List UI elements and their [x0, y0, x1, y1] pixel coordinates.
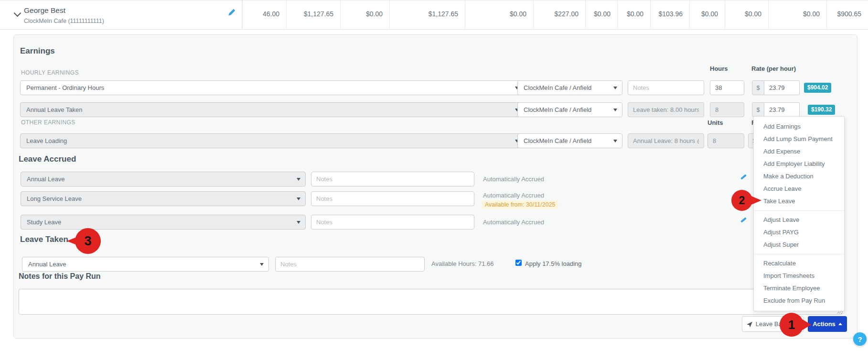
- employee-summary-row: George Best ClockMeIn Cafe (11111111111)…: [0, 0, 868, 30]
- pay-run-screen: George Best ClockMeIn Cafe (11111111111)…: [0, 0, 868, 351]
- leave-taken-type-select[interactable]: Annual Leave: [22, 257, 269, 272]
- chevron-up-icon: [838, 323, 842, 325]
- employee-company: ClockMeIn Cafe (11111111111): [24, 18, 104, 24]
- rate-header: Rate (per hour): [751, 65, 796, 72]
- summary-value: $0.00: [465, 0, 533, 29]
- leave-accrued-type-select[interactable]: Annual Leave: [21, 172, 306, 186]
- available-from-note: Available from: 30/11/2025: [482, 200, 558, 209]
- summary-value: $1,127.65: [286, 0, 340, 29]
- menu-item-exclude-from-pay-run[interactable]: Exclude from Pay Run: [754, 295, 844, 307]
- menu-item-make-a-deduction[interactable]: Make a Deduction: [754, 170, 844, 183]
- earnings-type-select[interactable]: Permanent - Ordinary Hours: [20, 80, 524, 95]
- hourly-earnings-label: HOURLY EARNINGS: [21, 69, 79, 76]
- actions-menu: Add Earnings Add Lump Sum Payment Add Ex…: [753, 116, 845, 311]
- summary-value: $0.00: [725, 0, 768, 29]
- chevron-down-icon: [613, 140, 617, 143]
- summary-value: 46.00: [242, 0, 286, 29]
- summary-value: $0.00: [768, 0, 826, 29]
- employee-detail-panel: Earnings HOURLY EARNINGS Hours Rate (per…: [13, 34, 857, 339]
- hours-input: [710, 102, 744, 117]
- rate-input[interactable]: [764, 80, 800, 95]
- menu-item-add-employer-liability[interactable]: Add Employer Liability: [754, 158, 844, 170]
- summary-value: $0.00: [585, 0, 617, 29]
- actions-button[interactable]: Actions: [808, 316, 847, 332]
- summary-value: $227.00: [533, 0, 585, 29]
- menu-item-add-lump-sum-payment[interactable]: Add Lump Sum Payment: [754, 133, 844, 145]
- apply-loading-checkbox[interactable]: [515, 260, 522, 266]
- chevron-down-icon[interactable]: [14, 10, 21, 17]
- menu-item-take-leave[interactable]: Take Leave: [754, 195, 844, 208]
- menu-item-adjust-payg[interactable]: Adjust PAYG: [754, 226, 844, 239]
- menu-item-adjust-leave[interactable]: Adjust Leave: [754, 214, 844, 226]
- menu-divider: [754, 210, 844, 211]
- units-header: Units: [707, 119, 723, 126]
- line-total-badge: $190.32: [808, 105, 835, 115]
- notes-input: [628, 133, 704, 148]
- hours-input[interactable]: [710, 80, 744, 95]
- leave-taken-heading: Leave Taken: [20, 235, 68, 244]
- other-earnings-label: OTHER EARNINGS: [21, 119, 75, 126]
- chevron-down-icon: [613, 109, 617, 111]
- rate-input[interactable]: [764, 102, 800, 117]
- help-button[interactable]: ?: [853, 332, 867, 346]
- notes-input[interactable]: [311, 172, 474, 186]
- menu-item-adjust-super[interactable]: Adjust Super: [754, 239, 844, 251]
- menu-item-recalculate[interactable]: Recalculate: [754, 257, 844, 270]
- summary-value: $0.00: [617, 0, 650, 29]
- chevron-down-icon: [613, 87, 617, 89]
- chevron-down-icon: [297, 221, 300, 224]
- chevron-down-icon: [260, 263, 264, 266]
- units-input: [707, 133, 744, 148]
- location-select[interactable]: ClockMeIn Cafe / Anfield: [517, 133, 622, 148]
- employee-name-cell: George Best ClockMeIn Cafe (11111111111): [0, 0, 242, 29]
- menu-item-import-timesheets[interactable]: Import Timesheets: [754, 270, 844, 282]
- notes-input[interactable]: [275, 257, 425, 272]
- apply-loading-label: Apply 17.5% loading: [525, 260, 582, 267]
- menu-item-add-expense[interactable]: Add Expense: [754, 145, 844, 158]
- pay-run-notes-textarea[interactable]: [19, 289, 843, 315]
- menu-item-accrue-leave[interactable]: Accrue Leave: [754, 183, 844, 195]
- summary-value: $0.00: [689, 0, 725, 29]
- notes-input[interactable]: [311, 191, 474, 206]
- earnings-type-select[interactable]: Leave Loading: [20, 133, 524, 148]
- earnings-heading: Earnings: [20, 46, 55, 56]
- available-hours-status: Available Hours: 71.66: [431, 260, 494, 267]
- earnings-type-select[interactable]: Annual Leave Taken: [20, 102, 524, 117]
- summary-value: $0.00: [340, 0, 389, 29]
- leave-accrued-heading: Leave Accrued: [19, 154, 76, 164]
- location-select[interactable]: ClockMeIn Cafe / Anfield: [517, 102, 622, 117]
- location-select[interactable]: ClockMeIn Cafe / Anfield: [517, 80, 622, 95]
- auto-accrued-status: Automatically Accrued: [483, 176, 544, 183]
- pay-run-notes-heading: Notes for this Pay Run: [19, 272, 101, 281]
- currency-prefix: $: [752, 80, 764, 95]
- menu-item-add-earnings[interactable]: Add Earnings: [754, 121, 844, 133]
- notes-input[interactable]: [628, 80, 704, 95]
- summary-value: $103.96: [650, 0, 689, 29]
- employee-name: George Best: [24, 6, 65, 15]
- auto-accrued-status: Automatically Accrued: [483, 192, 544, 199]
- edit-pencil-icon[interactable]: [228, 8, 236, 18]
- currency-prefix: $: [752, 102, 764, 117]
- line-total-badge: $904.02: [804, 83, 831, 93]
- menu-divider: [754, 254, 844, 254]
- notes-input[interactable]: [311, 215, 474, 230]
- leave-balances-button[interactable]: Leave Balances: [742, 316, 804, 332]
- summary-value: $1,127.65: [389, 0, 465, 29]
- leave-accrued-type-select[interactable]: Long Service Leave: [21, 191, 306, 206]
- summary-value: $900.65: [826, 0, 868, 29]
- auto-accrued-status: Automatically Accrued: [483, 219, 544, 226]
- notes-input: [628, 102, 704, 117]
- leave-accrued-type-select[interactable]: Study Leave: [21, 215, 306, 230]
- hours-header: Hours: [710, 65, 728, 72]
- airplane-icon: [746, 321, 753, 328]
- chevron-down-icon: [297, 197, 300, 200]
- chevron-down-icon: [297, 178, 300, 181]
- menu-item-terminate-employee[interactable]: Terminate Employee: [754, 282, 844, 295]
